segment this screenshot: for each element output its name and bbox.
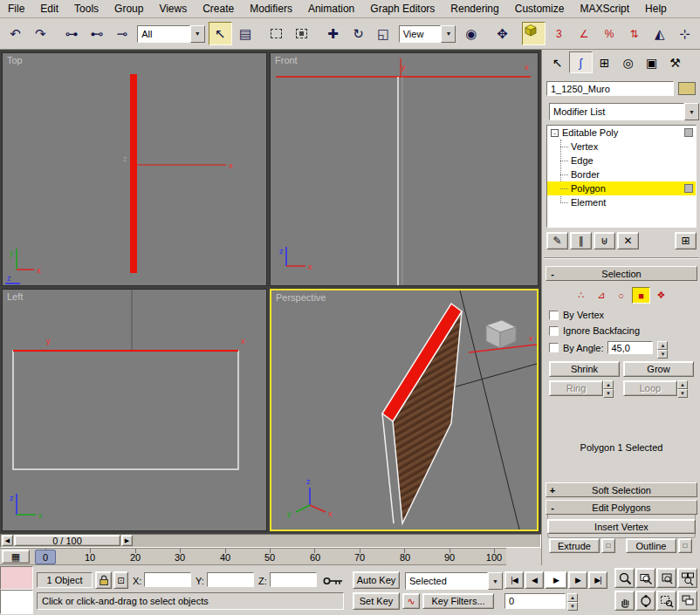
angle-snap-toggle[interactable]: ∠ — [573, 22, 596, 45]
reference-coordinate-system-dropdown[interactable]: View ▼ — [399, 25, 456, 43]
dropdown-arrow-icon[interactable]: ▼ — [488, 572, 503, 590]
viewport-perspective-label[interactable]: Perspective — [276, 292, 326, 303]
viewport-top[interactable]: Top z x y x z — [2, 52, 267, 286]
absolute-offset-mode-toggle[interactable]: ⊡ — [113, 571, 128, 589]
angle-spinner[interactable]: ▲▼ — [657, 341, 668, 354]
modifier-list-dropdown[interactable]: Modifier List ▼ — [549, 103, 699, 120]
stack-item-edge[interactable]: Edge — [547, 154, 696, 167]
select-by-name-button[interactable]: ▤ — [234, 22, 257, 45]
zoom-button[interactable] — [614, 568, 635, 588]
remove-modifier-button[interactable]: ✕ — [617, 232, 639, 249]
border-subobject-button[interactable]: ○ — [612, 287, 630, 304]
redo-button[interactable]: ↷ — [29, 22, 52, 45]
previous-frame-button[interactable]: ◀ — [525, 571, 544, 589]
y-coordinate-field[interactable] — [207, 572, 254, 587]
collapse-icon[interactable]: - — [551, 129, 559, 137]
stack-item-widget[interactable] — [684, 184, 693, 193]
viewport-left[interactable]: Left y x z x — [2, 289, 267, 531]
configure-modifier-sets-button[interactable]: ⊞ — [675, 232, 697, 249]
tab-utilities[interactable]: ⚒ — [663, 51, 687, 73]
zoom-region-button[interactable] — [656, 591, 676, 611]
menu-views[interactable]: Views — [151, 1, 195, 17]
key-filters-button[interactable]: Key Filters... — [422, 593, 494, 609]
selection-filter-dropdown[interactable]: All ▼ — [137, 25, 205, 43]
window-crossing-toggle[interactable] — [290, 22, 313, 45]
dropdown-arrow-icon[interactable]: ▼ — [190, 25, 205, 43]
tab-hierarchy[interactable]: ⊞ — [593, 51, 616, 73]
tab-display[interactable]: ▣ — [640, 51, 663, 73]
select-and-link-button[interactable]: ⊶ — [60, 22, 84, 45]
selection-rollout-header[interactable]: - Selection — [546, 266, 697, 281]
select-and-manipulate-button[interactable]: ✥ — [491, 22, 514, 45]
zoom-extents-all-button[interactable] — [677, 568, 697, 588]
arc-rotate-button[interactable] — [635, 591, 655, 611]
menu-maxscript[interactable]: MAXScript — [572, 1, 637, 17]
extrude-settings-button[interactable]: □ — [601, 538, 615, 553]
edge-subobject-button[interactable]: ⊿ — [592, 287, 610, 304]
auto-key-button[interactable]: Auto Key — [353, 571, 400, 589]
select-and-scale-button[interactable]: ◱ — [372, 22, 395, 45]
percent-snap-toggle[interactable]: % — [598, 22, 621, 45]
time-slider-handle[interactable]: 0 / 100 — [14, 535, 120, 546]
default-in-out-tangents-button[interactable]: ∿ — [402, 593, 420, 609]
dropdown-arrow-icon[interactable]: ▼ — [684, 103, 699, 120]
current-frame-field[interactable]: 0 — [504, 593, 566, 609]
stack-item-border[interactable]: Border — [547, 167, 696, 181]
shrink-button[interactable]: Shrink — [549, 361, 620, 377]
by-vertex-checkbox[interactable]: By Vertex — [549, 310, 604, 320]
stack-item-polygon[interactable]: Polygon — [547, 181, 696, 195]
mirror-button[interactable]: ◭ — [648, 22, 671, 45]
stack-item-vertex[interactable]: Vertex — [547, 140, 696, 154]
next-frame-button[interactable]: ▶ — [568, 571, 587, 589]
show-end-result-button[interactable]: ∥ — [570, 232, 592, 249]
dropdown-arrow-icon[interactable]: ▼ — [441, 25, 456, 43]
checkbox-box[interactable] — [549, 326, 559, 336]
polygon-subobject-button[interactable]: ■ — [632, 287, 650, 304]
edit-polygons-rollout-header[interactable]: - Edit Polygons — [546, 500, 697, 515]
select-and-rotate-button[interactable]: ↻ — [347, 22, 370, 45]
viewport-front-label[interactable]: Front — [275, 55, 298, 65]
pin-stack-button[interactable]: ✎ — [546, 232, 568, 249]
bind-to-spacewarp-button[interactable]: ⊸ — [110, 22, 134, 45]
extrude-button[interactable]: Extrude — [549, 538, 600, 553]
by-angle-checkbox[interactable] — [549, 343, 559, 352]
element-subobject-button[interactable]: ❖ — [652, 287, 670, 304]
snap-3d-button[interactable]: 3 — [547, 22, 571, 45]
rectangular-selection-region-button[interactable] — [264, 22, 288, 45]
viewport-top-label[interactable]: Top — [7, 55, 23, 65]
checkbox-box[interactable] — [549, 311, 559, 320]
outline-settings-button[interactable]: □ — [678, 538, 692, 553]
menu-graph-editors[interactable]: Graph Editors — [362, 1, 443, 17]
go-to-end-button[interactable]: ▶| — [588, 571, 607, 589]
z-coordinate-field[interactable] — [270, 572, 317, 587]
go-to-start-button[interactable]: |◀ — [504, 571, 524, 589]
make-unique-button[interactable]: ⊎ — [594, 232, 615, 249]
vertex-subobject-button[interactable]: ∴ — [572, 287, 590, 304]
select-and-move-button[interactable]: ✚ — [321, 22, 345, 45]
menu-modifiers[interactable]: Modifiers — [242, 1, 300, 17]
min-max-toggle-button[interactable] — [677, 591, 697, 611]
spinner-snap-toggle[interactable]: ⇅ — [622, 22, 646, 45]
insert-vertex-button[interactable]: Insert Vertex — [547, 519, 696, 534]
zoom-all-button[interactable] — [635, 568, 655, 588]
menu-customize[interactable]: Customize — [507, 1, 573, 17]
angle-value-field[interactable]: 45,0 — [607, 341, 653, 354]
stack-item-widget[interactable] — [684, 128, 693, 137]
maxscript-mini-listener[interactable] — [0, 590, 33, 614]
time-slider-right-arrow[interactable]: ▶ — [121, 535, 133, 546]
play-animation-button[interactable]: ▶ — [545, 571, 567, 589]
ring-button[interactable]: Ring — [549, 380, 603, 396]
viewport-left-label[interactable]: Left — [7, 291, 23, 302]
menu-file[interactable]: File — [0, 1, 32, 17]
time-slider-left-arrow[interactable]: ◀ — [2, 535, 13, 546]
menu-edit[interactable]: Edit — [32, 1, 66, 17]
ring-spinner[interactable]: ▲▼ — [603, 380, 614, 396]
tab-motion[interactable]: ◎ — [616, 51, 640, 73]
stack-item-editable-poly[interactable]: - Editable Poly — [547, 126, 696, 140]
menu-tools[interactable]: Tools — [66, 1, 106, 17]
object-name-field[interactable]: 1_1250_Muro — [546, 81, 674, 96]
unlink-selection-button[interactable]: ⊷ — [86, 22, 109, 45]
loop-button[interactable]: Loop — [623, 380, 677, 396]
align-button[interactable]: ⊹ — [673, 22, 697, 45]
time-slider-track[interactable]: ◀ 0 / 100 ▶ — [0, 534, 541, 548]
